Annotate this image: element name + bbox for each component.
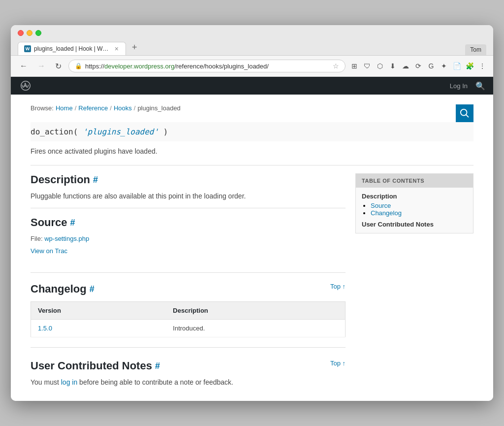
changelog-version-link[interactable]: 1.5.0 [38, 325, 52, 332]
bookmark-icon[interactable]: ☆ [333, 62, 339, 70]
hook-description: Fires once activated plugins have loaded… [31, 147, 473, 155]
wp-logo[interactable] [19, 79, 32, 93]
user-label: Tom [465, 44, 486, 55]
toc-description[interactable]: Description [362, 193, 467, 200]
browser-titlebar: W plugins_loaded | Hook | WordP… × + Tom [11, 25, 493, 56]
browser-tab[interactable]: W plugins_loaded | Hook | WordP… × [18, 42, 126, 55]
traffic-lights [18, 30, 41, 36]
description-section: Description # Pluggable functions are al… [31, 173, 346, 200]
pocket-icon[interactable]: ⬡ [375, 61, 385, 71]
toolbar-icons: ⊞ 🛡 ⬡ ⬇ ☁ ⟳ G ✦ 📄 🧩 ⋮ [349, 61, 487, 71]
col-description: Description [166, 302, 345, 320]
breadcrumb-sep2: / [110, 104, 112, 112]
description-hash-link[interactable]: # [93, 175, 98, 185]
breadcrumb: Browse: Home / Reference / Hooks / plugi… [31, 104, 456, 112]
wp-nav-right: Log In 🔍 [450, 81, 485, 91]
tab-title: plugins_loaded | Hook | WordP… [34, 45, 111, 52]
code-block: do_action( 'plugins_loaded' ) [31, 122, 473, 141]
col-version: Version [31, 302, 166, 320]
reload-button[interactable]: ↻ [52, 61, 64, 72]
main-content: Description # Pluggable functions are al… [31, 173, 346, 386]
ucn-heading: User Contributed Notes # [31, 360, 330, 372]
code-string: 'plugins_loaded' [83, 127, 158, 136]
toc-ucn-link[interactable]: User Contributed Notes [362, 221, 467, 228]
file-link[interactable]: wp-settings.php [44, 235, 89, 242]
wp-header: Log In 🔍 [11, 77, 493, 95]
divider-4 [31, 347, 346, 348]
divider-3 [31, 272, 346, 273]
tab-favicon: W [24, 45, 31, 52]
breadcrumb-home[interactable]: Home [56, 104, 73, 112]
breadcrumb-reference[interactable]: Reference [78, 104, 108, 112]
toc-title: TABLE OF CONTENTS [356, 174, 473, 188]
changelog-top-link[interactable]: Top ↑ [330, 283, 346, 290]
browser-controls [18, 30, 486, 36]
lock-icon: 🔒 [75, 63, 82, 69]
browser-window: W plugins_loaded | Hook | WordP… × + Tom… [11, 25, 493, 401]
code-close: ) [163, 127, 168, 136]
breadcrumb-sep3: / [134, 104, 136, 112]
wp-search-icon[interactable]: 🔍 [475, 81, 485, 91]
page-content: Browse: Home / Reference / Hooks / plugi… [11, 95, 493, 401]
tab-bar: W plugins_loaded | Hook | WordP… × + Tom [18, 40, 486, 55]
changelog-table-header: Version Description [31, 302, 346, 320]
ucn-login-link[interactable]: log in [61, 378, 77, 386]
ucn-top-link[interactable]: Top ↑ [330, 360, 346, 367]
changelog-hash-link[interactable]: # [90, 284, 94, 295]
minimize-button[interactable] [27, 30, 32, 36]
source-hash-link[interactable]: # [70, 218, 75, 228]
back-button[interactable]: ← [17, 61, 31, 71]
close-button[interactable] [18, 30, 24, 36]
ucn-suffix: before being able to contribute a note o… [77, 378, 233, 386]
browse-label: Browse: [31, 104, 54, 112]
changelog-desc: Introduced. [166, 320, 345, 337]
extension-icon[interactable]: 🧩 [465, 61, 474, 71]
download-icon[interactable]: ⬇ [388, 61, 398, 71]
pdf-icon[interactable]: 📄 [452, 61, 462, 71]
maximize-button[interactable] [35, 30, 41, 36]
toc-source-link[interactable]: Source [371, 202, 391, 209]
tab-close-button[interactable]: × [114, 45, 120, 53]
source-heading: Source # [31, 216, 346, 229]
addon-icon[interactable]: ✦ [439, 61, 449, 71]
changelog-section: Top ↑ Changelog # Version Description [31, 283, 346, 337]
source-section: Source # File: wp-settings.php View on T… [31, 216, 346, 264]
cloud-icon[interactable]: ☁ [401, 61, 410, 71]
shield-icon[interactable]: 🛡 [362, 61, 372, 71]
more-icon[interactable]: ⋮ [477, 61, 487, 71]
file-info: File: wp-settings.php [31, 235, 346, 242]
code-function: do_action( [31, 127, 78, 136]
content-with-toc: Description # Pluggable functions are al… [31, 173, 473, 386]
search-float-button[interactable] [456, 104, 473, 122]
search-float-icon [460, 109, 469, 118]
toc-item-changelog: Changelog [371, 209, 467, 217]
layers-icon[interactable]: ⊞ [349, 61, 359, 71]
ucn-section: Top ↑ User Contributed Notes # You must … [31, 360, 346, 386]
breadcrumb-sep1: / [75, 104, 77, 112]
toc-changelog-link[interactable]: Changelog [371, 209, 402, 217]
divider-2 [31, 208, 346, 208]
forward-button[interactable]: → [34, 61, 48, 71]
ucn-hash-link[interactable]: # [155, 361, 160, 371]
changelog-table: Version Description 1.5.0Introduced. [31, 301, 346, 337]
description-heading: Description # [31, 173, 346, 186]
login-link[interactable]: Log In [450, 82, 468, 90]
refresh-icon[interactable]: ⟳ [413, 61, 423, 71]
new-tab-button[interactable]: + [128, 40, 141, 55]
wp-logo-icon [21, 81, 31, 91]
breadcrumb-hooks[interactable]: Hooks [114, 104, 132, 112]
toc-items: Source Changelog [362, 202, 467, 217]
ucn-prefix: You must [31, 378, 61, 386]
toc-box: TABLE OF CONTENTS Description Source Cha… [355, 173, 473, 233]
url-bar[interactable]: 🔒 https://developer.wordpress.org/refere… [68, 60, 346, 72]
changelog-heading: Changelog # [31, 283, 330, 295]
toc-item-source: Source [371, 202, 467, 209]
ucn-body: You must log in before being able to con… [31, 378, 346, 386]
view-trac-link[interactable]: View on Trac [31, 247, 67, 255]
breadcrumb-row: Browse: Home / Reference / Hooks / plugi… [31, 104, 473, 122]
breadcrumb-current: plugins_loaded [137, 104, 180, 112]
description-body: Pluggable functions are also available a… [31, 192, 346, 200]
url-text: https://developer.wordpress.org/referenc… [85, 63, 330, 70]
file-label: File: [31, 235, 43, 242]
circle-g-icon[interactable]: G [426, 61, 436, 71]
